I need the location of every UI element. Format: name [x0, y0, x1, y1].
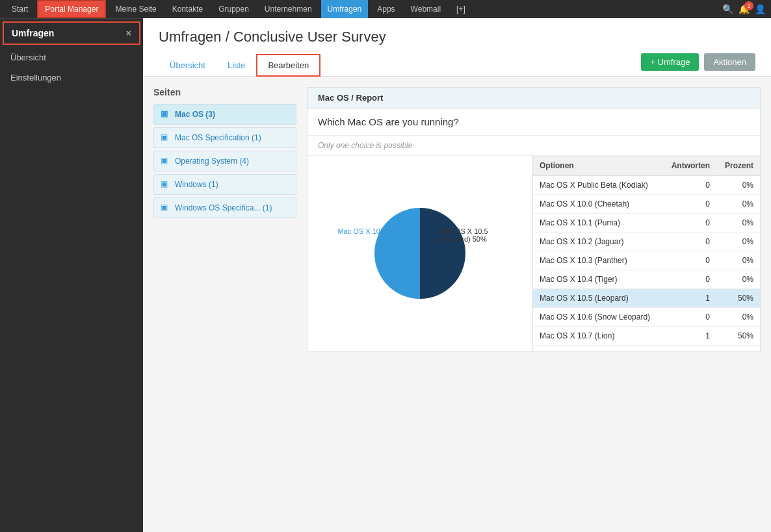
sidebar-close-button[interactable]: × [126, 28, 131, 38]
col-answers: Antworten [662, 156, 716, 176]
page-icon-3: ▣ [161, 156, 171, 166]
tabs-row: Übersicht Liste Bearbeiten + Umfrage Akt… [159, 53, 755, 76]
header-actions: + Umfrage Aktionen [641, 53, 755, 76]
table-row: Mac OS X 10.4 (Tiger) 0 0% [533, 270, 760, 289]
cell-option: Mac OS X 10.5 (Leopard) [533, 289, 662, 308]
seiten-item-os-label: Operating System (4) [175, 157, 249, 166]
seiten-item-os[interactable]: ▣ Operating System (4) [153, 151, 296, 171]
cell-answers: 0 [662, 251, 716, 270]
cell-answers: 0 [662, 176, 716, 195]
tabs: Übersicht Liste Bearbeiten [159, 54, 320, 76]
seiten-item-macos-spec[interactable]: ▣ Mac OS Specification (1) [153, 127, 296, 148]
top-navigation: Start Portal Manager Meine Seite Kontakt… [0, 0, 771, 18]
table-row: Mac OS X 10.1 (Puma) 0 0% [533, 214, 760, 233]
page-title: Umfragen / Conclusive User Survey [159, 29, 755, 45]
seiten-item-windows-spec-label: Windows OS Specifica... (1) [175, 203, 272, 212]
cell-option: Mac OS X 10.4 (Tiger) [533, 270, 662, 289]
seiten-item-macos[interactable]: ▣ Mac OS (3) [153, 104, 296, 125]
report-section-header: Mac OS / Report [307, 88, 760, 108]
cell-answers: 1 [662, 289, 716, 308]
table-row: Mac OS X 10.2 (Jaguar) 0 0% [533, 233, 760, 251]
cell-option: Mac OS X 10.3 (Panther) [533, 251, 662, 270]
table-row: Mac OS X 10.6 (Snow Leopard) 0 0% [533, 308, 760, 327]
main-content: Umfragen / Conclusive User Survey Übersi… [143, 18, 771, 532]
tab-bearbeiten[interactable]: Bearbeiten [256, 54, 320, 77]
report-question: Which Mac OS are you running? [307, 108, 760, 136]
report-panel: Mac OS / Report Which Mac OS are you run… [307, 87, 761, 351]
cell-answers: 0 [662, 214, 716, 233]
cell-percent: 0% [716, 270, 760, 289]
nav-plus[interactable]: [+] [450, 0, 472, 18]
col-percent: Prozent [716, 156, 760, 176]
table-row: Mac OS X 10.7 (Lion) 1 50% [533, 327, 760, 346]
pie-label-left: Mac OS X 10.7 (L... 50% [335, 227, 400, 243]
cell-answers: 0 [662, 270, 716, 289]
pie-chart [368, 201, 472, 305]
cell-percent: 50% [716, 327, 760, 346]
sidebar-title: Umfragen [12, 28, 54, 38]
sidebar-header: Umfragen × [3, 21, 140, 45]
report-subtitle: Only one choice is possible [307, 136, 760, 156]
seiten-item-windows-label: Windows (1) [175, 180, 218, 189]
cell-answers: 0 [662, 233, 716, 251]
table-row: Mac OS X 10.5 (Leopard) 1 50% [533, 289, 760, 308]
cell-percent: 50% [716, 289, 760, 308]
cell-percent: 0% [716, 214, 760, 233]
notification-badge: 1 [744, 1, 753, 10]
nav-portal-manager[interactable]: Portal Manager [37, 0, 106, 18]
seiten-item-windows-spec[interactable]: ▣ Windows OS Specifica... (1) [153, 197, 296, 218]
table-row: Mac OS X 10.0 (Cheetah) 0 0% [533, 195, 760, 214]
notifications-icon[interactable]: 🔔 1 [738, 4, 750, 14]
nav-gruppen[interactable]: Gruppen [212, 0, 255, 18]
survey-content: Seiten ▣ Mac OS (3) ▣ Mac OS Specificati… [143, 77, 771, 362]
page-header: Umfragen / Conclusive User Survey Übersi… [143, 18, 771, 77]
cell-option: Mac OS X 10.6 (Snow Leopard) [533, 308, 662, 327]
search-icon[interactable]: 🔍 [722, 4, 733, 14]
main-layout: Umfragen × Übersicht Einstellungen Umfra… [0, 18, 771, 532]
seiten-item-windows[interactable]: ▣ Windows (1) [153, 174, 296, 195]
sidebar-item-einstellungen[interactable]: Einstellungen [0, 68, 143, 88]
sidebar-item-ubersicht[interactable]: Übersicht [0, 47, 143, 68]
nav-meine-seite[interactable]: Meine Seite [109, 0, 163, 18]
table-row: Mac OS X Public Beta (Kodiak) 0 0% [533, 176, 760, 195]
cell-answers: 0 [662, 308, 716, 327]
page-icon-4: ▣ [161, 179, 171, 190]
chart-area: Mac OS X 10.7 (L... 50% Mac OS X 10.5 (L… [307, 156, 532, 351]
seiten-item-macos-label: Mac OS (3) [175, 110, 215, 119]
cell-percent: 0% [716, 176, 760, 195]
cell-option: Mac OS X 10.7 (Lion) [533, 327, 662, 346]
page-icon-5: ▣ [161, 203, 171, 213]
tab-liste[interactable]: Liste [216, 55, 256, 76]
cell-answers: 1 [662, 327, 716, 346]
cell-percent: 0% [716, 195, 760, 214]
cell-percent: 0% [716, 308, 760, 327]
seiten-panel: Seiten ▣ Mac OS (3) ▣ Mac OS Specificati… [153, 87, 296, 351]
data-table: Optionen Antworten Prozent Mac OS X Publ… [532, 156, 760, 351]
nav-webmail[interactable]: Webmail [404, 0, 447, 18]
add-umfrage-button[interactable]: + Umfrage [641, 53, 699, 71]
cell-percent: 0% [716, 233, 760, 251]
sidebar: Umfragen × Übersicht Einstellungen [0, 18, 143, 532]
aktionen-button[interactable]: Aktionen [704, 53, 755, 71]
seiten-item-macos-spec-label: Mac OS Specification (1) [175, 133, 261, 142]
nav-kontakte[interactable]: Kontakte [166, 0, 209, 18]
page-icon-2: ▣ [161, 133, 171, 143]
page-icon: ▣ [161, 109, 171, 120]
table-row: Mac OS X 10.3 (Panther) 0 0% [533, 251, 760, 270]
cell-option: Mac OS X Public Beta (Kodiak) [533, 176, 662, 195]
chart-table-row: Mac OS X 10.7 (L... 50% Mac OS X 10.5 (L… [307, 156, 760, 351]
pie-label-right: Mac OS X 10.5 (Leopard) 50% [439, 227, 504, 243]
cell-option: Mac OS X 10.2 (Jaguar) [533, 233, 662, 251]
nav-umfragen[interactable]: Umfragen [321, 0, 369, 18]
cell-answers: 0 [662, 195, 716, 214]
cell-option: Mac OS X 10.1 (Puma) [533, 214, 662, 233]
cell-percent: 0% [716, 251, 760, 270]
tab-ubersicht[interactable]: Übersicht [159, 55, 216, 76]
seiten-title: Seiten [153, 87, 296, 97]
cell-option: Mac OS X 10.0 (Cheetah) [533, 195, 662, 214]
nav-unternehmen[interactable]: Unternehmen [258, 0, 319, 18]
nav-start[interactable]: Start [5, 0, 34, 18]
nav-apps[interactable]: Apps [371, 0, 401, 18]
col-option: Optionen [533, 156, 662, 176]
user-icon[interactable]: 👤 [755, 4, 766, 14]
